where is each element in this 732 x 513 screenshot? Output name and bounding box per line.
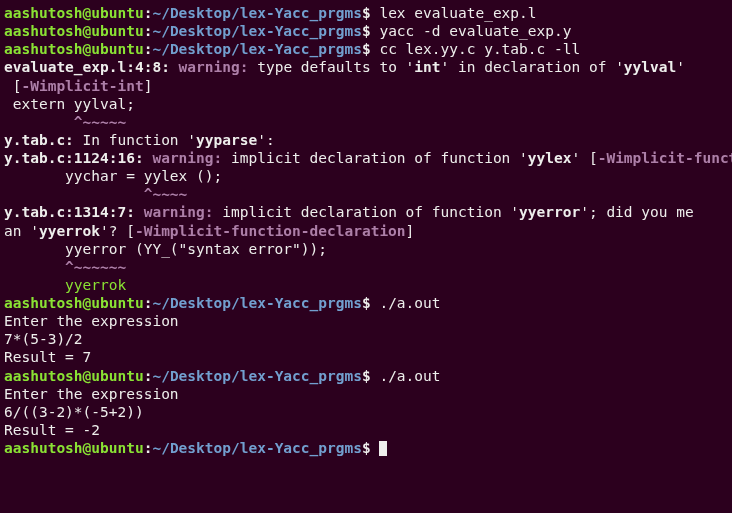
command: ./a.out [371, 368, 441, 384]
cursor [379, 441, 387, 456]
code-context: extern yylval; [4, 95, 728, 113]
program-output: Result = 7 [4, 348, 728, 366]
command: lex evaluate_exp.l [371, 5, 537, 21]
code-context: yychar = yylex (); [4, 167, 728, 185]
compiler-context: y.tab.c: In function 'yyparse': [4, 131, 728, 149]
prompt-line-3[interactable]: aashutosh@ubuntu:~/Desktop/lex-Yacc_prgm… [4, 40, 728, 58]
compiler-warning: y.tab.c:1314:7: warning: implicit declar… [4, 203, 728, 221]
caret-indicator: ^~~~~~~ [4, 258, 728, 276]
program-prompt: Enter the expression [4, 312, 728, 330]
compiler-warning: evaluate_exp.l:4:8: warning: type defaul… [4, 58, 728, 76]
suggestion: yyerrok [4, 276, 728, 294]
command: yacc -d evaluate_exp.y [371, 23, 572, 39]
prompt-line-1[interactable]: aashutosh@ubuntu:~/Desktop/lex-Yacc_prgm… [4, 4, 728, 22]
user-input: 6/((3-2)*(-5+2)) [4, 403, 728, 421]
caret-indicator: ^~~~~ [4, 185, 728, 203]
prompt-user: aashutosh@ubuntu [4, 5, 144, 21]
prompt-line-run1[interactable]: aashutosh@ubuntu:~/Desktop/lex-Yacc_prgm… [4, 294, 728, 312]
compiler-warning: y.tab.c:1124:16: warning: implicit decla… [4, 149, 728, 167]
command: cc lex.yy.c y.tab.c -ll [371, 41, 581, 57]
command: ./a.out [371, 295, 441, 311]
caret-indicator: ^~~~~~ [4, 113, 728, 131]
compiler-flag: [-Wimplicit-int] [4, 77, 728, 95]
user-input: 7*(5-3)/2 [4, 330, 728, 348]
program-output: Result = -2 [4, 421, 728, 439]
program-prompt: Enter the expression [4, 385, 728, 403]
prompt-line-active[interactable]: aashutosh@ubuntu:~/Desktop/lex-Yacc_prgm… [4, 439, 728, 457]
compiler-warning-cont: an 'yyerrok'? [-Wimplicit-function-decla… [4, 222, 728, 240]
code-context: yyerror (YY_("syntax error")); [4, 240, 728, 258]
prompt-line-run2[interactable]: aashutosh@ubuntu:~/Desktop/lex-Yacc_prgm… [4, 367, 728, 385]
prompt-line-2[interactable]: aashutosh@ubuntu:~/Desktop/lex-Yacc_prgm… [4, 22, 728, 40]
prompt-path: ~/Desktop/lex-Yacc_prgms [152, 5, 362, 21]
terminal-output: aashutosh@ubuntu:~/Desktop/lex-Yacc_prgm… [4, 4, 728, 457]
